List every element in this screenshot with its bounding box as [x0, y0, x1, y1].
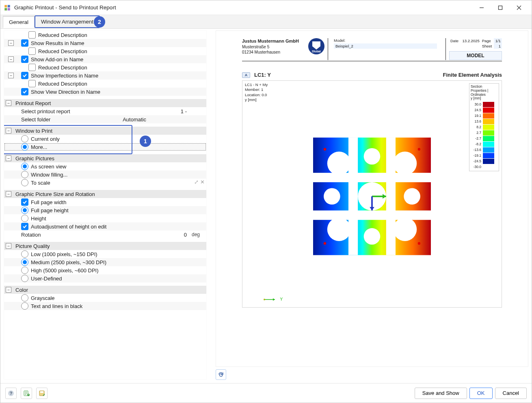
callout-badge-1: 1 [140, 136, 151, 147]
svg-point-18 [324, 188, 340, 205]
svg-rect-21 [386, 138, 396, 255]
help-button[interactable]: ? [5, 388, 17, 399]
section-header: A LC1: Y Finite Element Analysis [242, 72, 502, 78]
plot-meta: LC1 - N + My Member: 1 Location: 0.0 y [… [245, 82, 268, 102]
close-x-icon[interactable]: ✕ [200, 179, 205, 185]
reduced-description-checkbox[interactable] [28, 80, 36, 87]
height-radio[interactable] [21, 215, 28, 222]
svg-rect-5 [499, 6, 502, 9]
legend-row: -13.6 [471, 147, 497, 153]
cancel-button[interactable]: Cancel [495, 388, 527, 399]
company-name: Justus Mustermann GmbH [242, 39, 299, 43]
expand-toggle[interactable]: − [6, 128, 11, 134]
expand-toggle[interactable]: − [6, 191, 11, 197]
group-graphic-pictures[interactable]: −Graphic Pictures [4, 154, 206, 162]
show-addon-checkbox[interactable] [21, 56, 28, 63]
show-results-checkbox[interactable] [21, 39, 28, 47]
script-button[interactable] [21, 388, 32, 399]
refresh-icon [218, 371, 224, 378]
preview-scroller[interactable]: Justus Mustermann GmbH Musterstraße 5 01… [216, 30, 528, 367]
legend-row: 19.1 [471, 113, 497, 119]
settings-tree[interactable]: Reduced Description −Show Results in Nam… [4, 30, 207, 380]
quality-low-radio[interactable] [21, 250, 28, 258]
reduced-description-checkbox[interactable] [28, 31, 36, 39]
svg-point-26 [324, 242, 326, 244]
reduced-description-checkbox[interactable] [28, 64, 36, 71]
rotation-value[interactable]: 0 [149, 232, 190, 238]
select-printout-report-value[interactable]: 1 - [149, 108, 190, 114]
color-legend: Section Properties | Ordinatesy [mm] 30.… [469, 83, 499, 171]
svg-rect-1 [8, 5, 10, 7]
black-text-radio[interactable] [21, 302, 28, 310]
minimize-button[interactable] [472, 1, 491, 14]
model-label: Model: [334, 38, 442, 43]
app-window: Graphic Printout - Send to Printout Repo… [0, 0, 532, 403]
legend-row: -30.0 [471, 164, 497, 170]
legend-row: 8.2 [471, 124, 497, 130]
as-screen-view-radio[interactable] [21, 163, 28, 170]
grayscale-radio[interactable] [21, 294, 28, 302]
full-page-width-checkbox[interactable] [21, 198, 28, 206]
group-window-to-print[interactable]: −Window to Print [4, 127, 206, 135]
expand-toggle[interactable]: − [6, 100, 11, 106]
quality-user-radio[interactable] [21, 275, 28, 282]
svg-point-12 [327, 152, 351, 175]
svg-point-15 [393, 218, 417, 241]
show-view-direction-checkbox[interactable] [21, 88, 28, 95]
group-picture-quality[interactable]: −Picture Quality [4, 242, 206, 250]
preview-page: Justus Mustermann GmbH Musterstraße 5 01… [242, 36, 502, 308]
svg-point-34 [264, 299, 265, 300]
legend-row: -24.5 [471, 158, 497, 164]
more-radio[interactable] [21, 143, 28, 151]
expand-toggle[interactable]: − [8, 73, 14, 78]
tab-window-arrangement[interactable]: Window Arrangement [35, 15, 100, 28]
settings-panel: Reduced Description −Show Results in Nam… [4, 30, 207, 380]
panel-resize-handle[interactable] [209, 30, 213, 380]
page-header: Justus Mustermann GmbH Musterstraße 5 01… [242, 36, 502, 61]
quality-high-radio[interactable] [21, 267, 28, 274]
group-printout-report[interactable]: −Printout Report [4, 99, 206, 107]
save-icon [39, 390, 45, 397]
current-only-radio[interactable] [21, 135, 28, 142]
refresh-button[interactable] [216, 369, 226, 380]
select-folder-value[interactable]: Automatic [123, 116, 149, 123]
section-badge: A [242, 72, 250, 78]
expand-toggle[interactable]: − [8, 40, 14, 46]
svg-rect-20 [348, 138, 358, 255]
svg-rect-23 [313, 211, 431, 220]
svg-point-25 [418, 148, 420, 150]
model-name: Beispiel_2 [334, 43, 437, 49]
to-scale-radio[interactable] [21, 179, 28, 186]
window-title: Graphic Printout - Send to Printout Repo… [14, 4, 472, 11]
expand-toggle[interactable]: − [8, 56, 14, 62]
expand-toggle[interactable]: − [6, 243, 11, 249]
expand-arrows-icon[interactable]: ⤢ [194, 179, 199, 185]
autoadjust-checkbox[interactable] [21, 223, 28, 230]
close-button[interactable] [510, 1, 528, 14]
callout-badge-2: 2 [94, 16, 105, 28]
save-and-show-button[interactable]: Save and Show [415, 388, 467, 399]
ok-button[interactable]: OK [469, 388, 493, 399]
svg-point-24 [324, 148, 326, 150]
full-page-height-radio[interactable] [21, 207, 28, 214]
show-imperfections-checkbox[interactable] [21, 72, 28, 79]
group-size-rotation[interactable]: −Graphic Picture Size and Rotation [4, 190, 206, 198]
maximize-button[interactable] [491, 1, 510, 14]
expand-toggle[interactable]: − [6, 287, 11, 293]
svg-marker-33 [273, 298, 275, 301]
legend-row: -19.1 [471, 153, 497, 158]
legend-row: -2.7 [471, 136, 497, 141]
save-template-button[interactable] [36, 388, 48, 399]
svg-point-19 [404, 188, 420, 205]
svg-point-14 [327, 218, 351, 241]
axis-indicator: Y [263, 296, 283, 303]
group-color[interactable]: −Color [4, 286, 206, 294]
quality-medium-radio[interactable] [21, 259, 28, 266]
tab-general[interactable]: General [3, 16, 35, 28]
dlubal-logo-icon: Dlubal [308, 38, 324, 54]
reduced-description-checkbox[interactable] [28, 47, 36, 55]
window-filling-radio[interactable] [21, 171, 28, 178]
expand-toggle[interactable]: − [6, 155, 11, 161]
legend-row: 30.0 [471, 101, 497, 107]
legend-row: 24.5 [471, 107, 497, 113]
